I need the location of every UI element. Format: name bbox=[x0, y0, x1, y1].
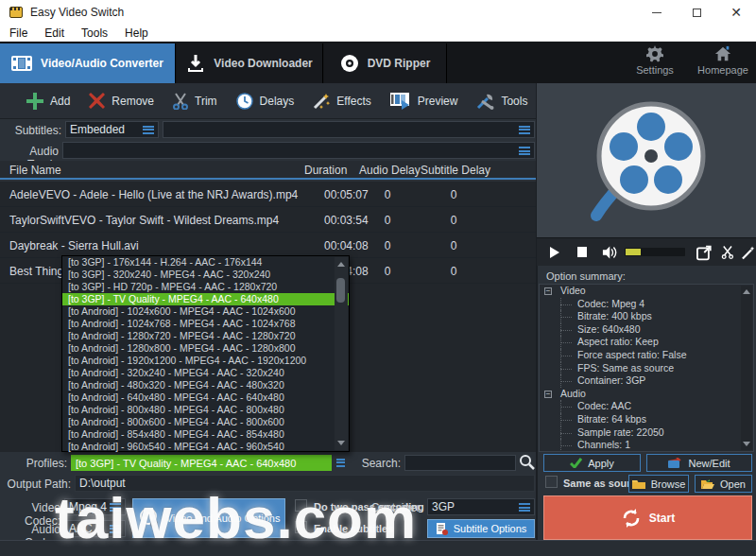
table-row[interactable]: Daybreak - Sierra Hull.avi 00:04:08 0 0 bbox=[0, 233, 537, 258]
dropdown-scrollbar[interactable] bbox=[335, 257, 348, 450]
option-summary-label: Option summary: bbox=[546, 270, 626, 282]
profile-option[interactable]: [to Android] - 960x540 - MPEG4 - AAC - 9… bbox=[62, 441, 349, 453]
menu-help[interactable]: Help bbox=[125, 26, 148, 40]
file-subtitle-delay: 0 bbox=[439, 188, 468, 201]
menu-edit[interactable]: Edit bbox=[44, 26, 64, 40]
volume-fill bbox=[626, 249, 641, 255]
profile-option[interactable]: [to Android] - 854x480 - MPEG4 - AAC - 8… bbox=[62, 428, 349, 441]
scrollbar-thumb[interactable] bbox=[336, 278, 345, 303]
tree-scrollbar[interactable] bbox=[741, 286, 752, 450]
new-edit-button[interactable]: New/Edit bbox=[646, 454, 752, 472]
tab-video-audio-converter[interactable]: Video/Audio Converter bbox=[0, 43, 176, 83]
profile-option[interactable]: [to Android] - 320x240 - MPEG4 - AAC - 3… bbox=[62, 367, 349, 379]
browse-button[interactable]: Browse bbox=[628, 475, 689, 493]
open-button[interactable]: Open bbox=[695, 475, 752, 493]
tree-item: Force aspect ratio: False bbox=[540, 349, 753, 362]
app-icon bbox=[9, 7, 23, 18]
remove-button[interactable]: Remove bbox=[79, 83, 163, 118]
profile-option[interactable]: [to Android] - 480x320 - MPEG4 - AAC - 4… bbox=[62, 379, 349, 391]
tree-node-audio[interactable]: −Audio bbox=[540, 388, 753, 401]
volume-slider[interactable] bbox=[625, 248, 685, 256]
subtitles-select[interactable]: Embedded bbox=[65, 121, 159, 138]
tree-item: Bitrate: 64 kbps bbox=[540, 413, 753, 426]
effects-small-icon[interactable] bbox=[742, 245, 756, 260]
edit-profile-icon bbox=[668, 458, 682, 469]
preview-film-icon bbox=[390, 93, 411, 110]
table-row[interactable]: AdeleVEVO - Adele - Hello (Live at the N… bbox=[0, 182, 537, 207]
table-row[interactable]: TaylorSwiftVEVO - Taylor Swift - Wildest… bbox=[0, 207, 537, 233]
external-window-icon[interactable] bbox=[696, 244, 713, 261]
tree-node-video[interactable]: −Video bbox=[540, 285, 753, 298]
audio-track-select[interactable] bbox=[62, 142, 535, 159]
profile-option[interactable]: [to Android] - 1024x768 - MPEG4 - AAC - … bbox=[62, 318, 349, 330]
stop-icon[interactable] bbox=[577, 247, 587, 257]
subtitle-doc-icon bbox=[436, 523, 448, 535]
volume-icon[interactable] bbox=[602, 245, 617, 260]
play-icon[interactable] bbox=[550, 247, 559, 258]
audio-codec-select[interactable]: AAC bbox=[64, 520, 126, 537]
profile-option[interactable]: [to Android] - 1920x1200 - MPEG4 - AAC -… bbox=[62, 355, 349, 367]
profile-option[interactable]: [to 3GP] - 320x240 - MPEG4 - AAC - 320x2… bbox=[62, 269, 349, 281]
tab-dvd-ripper[interactable]: DVD Ripper bbox=[324, 43, 447, 83]
tree-item: FPS: Same as source bbox=[540, 362, 753, 375]
profile-option-selected[interactable]: [to 3GP] - TV Quality - MPEG4 - AAC - 64… bbox=[62, 293, 349, 305]
video-preview-area bbox=[537, 83, 756, 237]
profile-option[interactable]: [to 3GP] - 176x144 - H.264 - AAC - 176x1… bbox=[62, 256, 349, 269]
scroll-down-icon[interactable] bbox=[743, 442, 750, 446]
same-as-source-checkbox[interactable] bbox=[545, 476, 558, 488]
profile-option[interactable]: [to Android] - 800x600 - MPEG4 - AAC - 8… bbox=[62, 416, 349, 428]
delays-button[interactable]: Delays bbox=[227, 83, 304, 118]
search-input[interactable] bbox=[404, 455, 516, 471]
add-label: Add bbox=[50, 95, 70, 108]
profiles-select[interactable]: [to 3GP] - TV Quality - MPEG4 - AAC - 64… bbox=[71, 455, 332, 471]
add-button[interactable]: Add bbox=[17, 83, 79, 118]
trim-label: Trim bbox=[195, 95, 217, 108]
preview-button[interactable]: Preview bbox=[381, 83, 468, 118]
maximize-button[interactable] bbox=[677, 0, 716, 25]
col-duration: Duration bbox=[304, 164, 347, 177]
remove-label: Remove bbox=[112, 95, 154, 108]
container-select[interactable]: 3GP bbox=[427, 498, 535, 515]
settings-button[interactable]: Settings bbox=[627, 45, 682, 76]
trim-small-icon[interactable] bbox=[721, 245, 735, 260]
tree-item: Size: 640x480 bbox=[540, 323, 753, 337]
effects-button[interactable]: Effects bbox=[303, 83, 380, 118]
collapse-icon[interactable]: − bbox=[544, 287, 552, 295]
profile-option[interactable]: [to Android] - 800x480 - MPEG4 - AAC - 8… bbox=[62, 404, 349, 416]
profile-option[interactable]: [to Android] - 1280x800 - MPEG4 - AAC - … bbox=[62, 342, 349, 355]
subtitle-options-button[interactable]: Subtitle Options bbox=[427, 519, 535, 538]
two-pass-checkbox[interactable] bbox=[295, 499, 307, 512]
start-button[interactable]: Start bbox=[543, 495, 752, 540]
minimize-button[interactable] bbox=[637, 0, 677, 25]
video-codec-select[interactable]: Mpeg 4 bbox=[64, 498, 126, 515]
scroll-up-icon[interactable] bbox=[337, 262, 345, 267]
close-button[interactable]: ✕ bbox=[716, 0, 756, 25]
scroll-down-icon[interactable] bbox=[337, 441, 345, 445]
video-audio-options-button[interactable]: Video and Audio Options bbox=[132, 498, 285, 538]
profile-option[interactable]: [to Android] - 1280x720 - MPEG4 - AAC - … bbox=[62, 330, 349, 342]
apply-label: Apply bbox=[588, 458, 614, 469]
file-subtitle-delay: 0 bbox=[439, 239, 468, 252]
menu-file[interactable]: File bbox=[9, 26, 27, 40]
film-reel-icon bbox=[576, 95, 717, 227]
output-path-field[interactable]: D:\output bbox=[75, 475, 535, 492]
tab-video-downloader[interactable]: Video Downloader bbox=[177, 43, 323, 83]
enable-subtitles-checkbox[interactable] bbox=[295, 521, 307, 533]
subtitles-file-select[interactable] bbox=[163, 121, 535, 138]
menu-tools[interactable]: Tools bbox=[81, 26, 108, 40]
check-icon bbox=[570, 458, 582, 468]
tools-button[interactable]: Tools bbox=[467, 83, 537, 118]
apply-button[interactable]: Apply bbox=[543, 454, 641, 472]
scroll-up-icon[interactable] bbox=[743, 289, 750, 294]
settings-label: Settings bbox=[636, 64, 674, 76]
collapse-icon[interactable]: − bbox=[544, 391, 552, 398]
search-icon[interactable] bbox=[519, 454, 535, 470]
homepage-button[interactable]: Homepage bbox=[696, 45, 750, 76]
video-codec-value: Mpeg 4 bbox=[69, 500, 107, 513]
film-icon bbox=[11, 56, 32, 71]
profile-option[interactable]: [to Android] - 1024x600 - MPEG4 - AAC - … bbox=[62, 305, 349, 318]
trim-button[interactable]: Trim bbox=[163, 83, 227, 118]
profile-option[interactable]: [to Android] - 640x480 - MPEG4 - AAC - 6… bbox=[62, 391, 349, 404]
menu-lines-icon bbox=[143, 126, 154, 134]
profile-option[interactable]: [to 3GP] - HD 720p - MPEG4 - AAC - 1280x… bbox=[62, 281, 349, 293]
